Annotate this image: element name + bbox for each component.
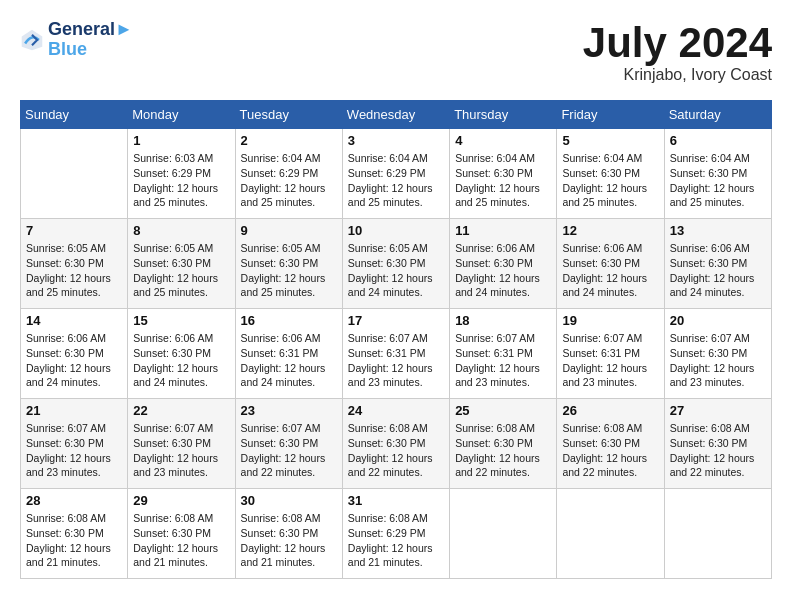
week-row-1: 1Sunrise: 6:03 AMSunset: 6:29 PMDaylight… [21,129,772,219]
day-number: 2 [241,133,337,148]
day-info: Sunrise: 6:04 AMSunset: 6:30 PMDaylight:… [455,151,551,210]
calendar-cell: 24Sunrise: 6:08 AMSunset: 6:30 PMDayligh… [342,399,449,489]
calendar-cell: 17Sunrise: 6:07 AMSunset: 6:31 PMDayligh… [342,309,449,399]
day-info: Sunrise: 6:08 AMSunset: 6:29 PMDaylight:… [348,511,444,570]
calendar-cell: 6Sunrise: 6:04 AMSunset: 6:30 PMDaylight… [664,129,771,219]
calendar-cell: 9Sunrise: 6:05 AMSunset: 6:30 PMDaylight… [235,219,342,309]
calendar-cell [21,129,128,219]
day-info: Sunrise: 6:05 AMSunset: 6:30 PMDaylight:… [26,241,122,300]
day-info: Sunrise: 6:08 AMSunset: 6:30 PMDaylight:… [670,421,766,480]
day-info: Sunrise: 6:07 AMSunset: 6:30 PMDaylight:… [133,421,229,480]
calendar-cell: 21Sunrise: 6:07 AMSunset: 6:30 PMDayligh… [21,399,128,489]
day-number: 13 [670,223,766,238]
calendar-cell: 3Sunrise: 6:04 AMSunset: 6:29 PMDaylight… [342,129,449,219]
calendar-table: SundayMondayTuesdayWednesdayThursdayFrid… [20,100,772,579]
week-row-3: 14Sunrise: 6:06 AMSunset: 6:30 PMDayligh… [21,309,772,399]
calendar-cell: 25Sunrise: 6:08 AMSunset: 6:30 PMDayligh… [450,399,557,489]
calendar-cell: 1Sunrise: 6:03 AMSunset: 6:29 PMDaylight… [128,129,235,219]
logo-icon [20,28,44,52]
weekday-header-row: SundayMondayTuesdayWednesdayThursdayFrid… [21,101,772,129]
week-row-4: 21Sunrise: 6:07 AMSunset: 6:30 PMDayligh… [21,399,772,489]
day-number: 22 [133,403,229,418]
day-number: 29 [133,493,229,508]
calendar-cell: 23Sunrise: 6:07 AMSunset: 6:30 PMDayligh… [235,399,342,489]
day-info: Sunrise: 6:05 AMSunset: 6:30 PMDaylight:… [348,241,444,300]
day-info: Sunrise: 6:06 AMSunset: 6:30 PMDaylight:… [670,241,766,300]
day-number: 20 [670,313,766,328]
calendar-cell: 14Sunrise: 6:06 AMSunset: 6:30 PMDayligh… [21,309,128,399]
day-info: Sunrise: 6:07 AMSunset: 6:31 PMDaylight:… [455,331,551,390]
day-number: 14 [26,313,122,328]
calendar-cell: 16Sunrise: 6:06 AMSunset: 6:31 PMDayligh… [235,309,342,399]
day-number: 9 [241,223,337,238]
calendar-cell: 31Sunrise: 6:08 AMSunset: 6:29 PMDayligh… [342,489,449,579]
week-row-5: 28Sunrise: 6:08 AMSunset: 6:30 PMDayligh… [21,489,772,579]
week-row-2: 7Sunrise: 6:05 AMSunset: 6:30 PMDaylight… [21,219,772,309]
calendar-cell [664,489,771,579]
day-info: Sunrise: 6:07 AMSunset: 6:31 PMDaylight:… [562,331,658,390]
logo: General► Blue [20,20,133,60]
calendar-cell: 22Sunrise: 6:07 AMSunset: 6:30 PMDayligh… [128,399,235,489]
day-info: Sunrise: 6:06 AMSunset: 6:31 PMDaylight:… [241,331,337,390]
day-number: 3 [348,133,444,148]
day-info: Sunrise: 6:05 AMSunset: 6:30 PMDaylight:… [133,241,229,300]
calendar-cell [557,489,664,579]
day-number: 12 [562,223,658,238]
day-number: 26 [562,403,658,418]
weekday-header-tuesday: Tuesday [235,101,342,129]
calendar-cell: 30Sunrise: 6:08 AMSunset: 6:30 PMDayligh… [235,489,342,579]
day-info: Sunrise: 6:08 AMSunset: 6:30 PMDaylight:… [455,421,551,480]
day-info: Sunrise: 6:07 AMSunset: 6:30 PMDaylight:… [670,331,766,390]
day-number: 5 [562,133,658,148]
day-number: 30 [241,493,337,508]
day-info: Sunrise: 6:08 AMSunset: 6:30 PMDaylight:… [241,511,337,570]
calendar-cell: 28Sunrise: 6:08 AMSunset: 6:30 PMDayligh… [21,489,128,579]
day-info: Sunrise: 6:07 AMSunset: 6:30 PMDaylight:… [26,421,122,480]
weekday-header-wednesday: Wednesday [342,101,449,129]
day-info: Sunrise: 6:04 AMSunset: 6:29 PMDaylight:… [241,151,337,210]
calendar-cell [450,489,557,579]
day-info: Sunrise: 6:06 AMSunset: 6:30 PMDaylight:… [455,241,551,300]
calendar-cell: 15Sunrise: 6:06 AMSunset: 6:30 PMDayligh… [128,309,235,399]
calendar-cell: 2Sunrise: 6:04 AMSunset: 6:29 PMDaylight… [235,129,342,219]
day-info: Sunrise: 6:08 AMSunset: 6:30 PMDaylight:… [562,421,658,480]
day-info: Sunrise: 6:04 AMSunset: 6:30 PMDaylight:… [670,151,766,210]
day-info: Sunrise: 6:08 AMSunset: 6:30 PMDaylight:… [26,511,122,570]
calendar-cell: 18Sunrise: 6:07 AMSunset: 6:31 PMDayligh… [450,309,557,399]
day-info: Sunrise: 6:04 AMSunset: 6:29 PMDaylight:… [348,151,444,210]
month-title: July 2024 [583,20,772,66]
calendar-cell: 12Sunrise: 6:06 AMSunset: 6:30 PMDayligh… [557,219,664,309]
day-number: 31 [348,493,444,508]
day-info: Sunrise: 6:03 AMSunset: 6:29 PMDaylight:… [133,151,229,210]
calendar-cell: 27Sunrise: 6:08 AMSunset: 6:30 PMDayligh… [664,399,771,489]
day-number: 6 [670,133,766,148]
logo-line2: Blue [48,40,133,60]
calendar-cell: 7Sunrise: 6:05 AMSunset: 6:30 PMDaylight… [21,219,128,309]
day-number: 19 [562,313,658,328]
day-info: Sunrise: 6:07 AMSunset: 6:31 PMDaylight:… [348,331,444,390]
day-number: 11 [455,223,551,238]
day-number: 8 [133,223,229,238]
calendar-cell: 13Sunrise: 6:06 AMSunset: 6:30 PMDayligh… [664,219,771,309]
day-number: 18 [455,313,551,328]
calendar-cell: 29Sunrise: 6:08 AMSunset: 6:30 PMDayligh… [128,489,235,579]
weekday-header-thursday: Thursday [450,101,557,129]
day-number: 16 [241,313,337,328]
weekday-header-saturday: Saturday [664,101,771,129]
day-info: Sunrise: 6:06 AMSunset: 6:30 PMDaylight:… [26,331,122,390]
logo-line1: General► [48,20,133,40]
day-number: 17 [348,313,444,328]
day-number: 28 [26,493,122,508]
location: Krinjabo, Ivory Coast [583,66,772,84]
day-number: 15 [133,313,229,328]
day-number: 1 [133,133,229,148]
calendar-cell: 8Sunrise: 6:05 AMSunset: 6:30 PMDaylight… [128,219,235,309]
day-number: 25 [455,403,551,418]
day-info: Sunrise: 6:05 AMSunset: 6:30 PMDaylight:… [241,241,337,300]
day-number: 4 [455,133,551,148]
day-info: Sunrise: 6:06 AMSunset: 6:30 PMDaylight:… [133,331,229,390]
day-info: Sunrise: 6:08 AMSunset: 6:30 PMDaylight:… [133,511,229,570]
calendar-cell: 26Sunrise: 6:08 AMSunset: 6:30 PMDayligh… [557,399,664,489]
calendar-cell: 10Sunrise: 6:05 AMSunset: 6:30 PMDayligh… [342,219,449,309]
day-number: 27 [670,403,766,418]
